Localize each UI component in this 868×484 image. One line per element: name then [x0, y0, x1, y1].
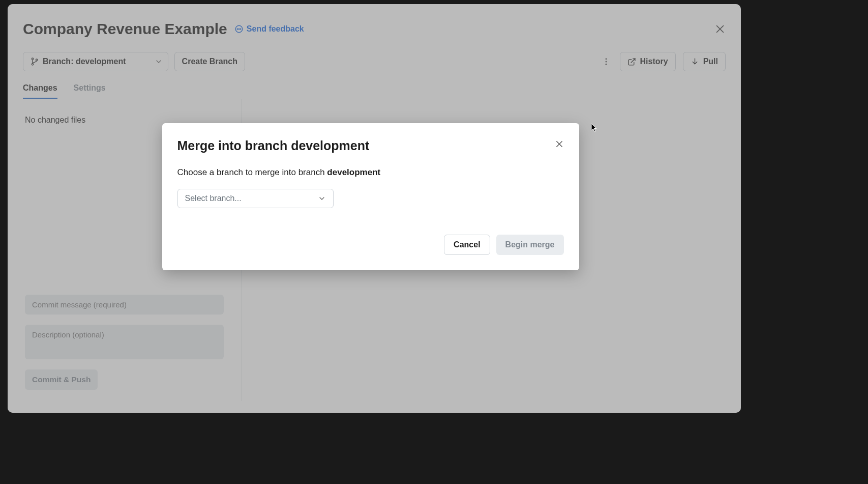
select-placeholder: Select branch... [185, 194, 242, 203]
merge-modal: Merge into branch development Choose a b… [162, 123, 579, 270]
cancel-button[interactable]: Cancel [444, 235, 490, 255]
modal-backdrop: Merge into branch development Choose a b… [0, 0, 868, 484]
branch-select[interactable]: Select branch... [177, 189, 334, 208]
modal-prompt-branch: development [327, 167, 380, 177]
begin-merge-button[interactable]: Begin merge [496, 235, 564, 255]
chevron-down-icon [318, 194, 326, 203]
modal-prompt-prefix: Choose a branch to merge into branch [177, 167, 327, 177]
modal-close-button[interactable] [555, 139, 564, 149]
modal-footer: Cancel Begin merge [177, 235, 564, 255]
modal-title: Merge into branch development [177, 138, 370, 153]
modal-description: Choose a branch to merge into branch dev… [177, 167, 564, 178]
modal-header: Merge into branch development [177, 138, 564, 153]
